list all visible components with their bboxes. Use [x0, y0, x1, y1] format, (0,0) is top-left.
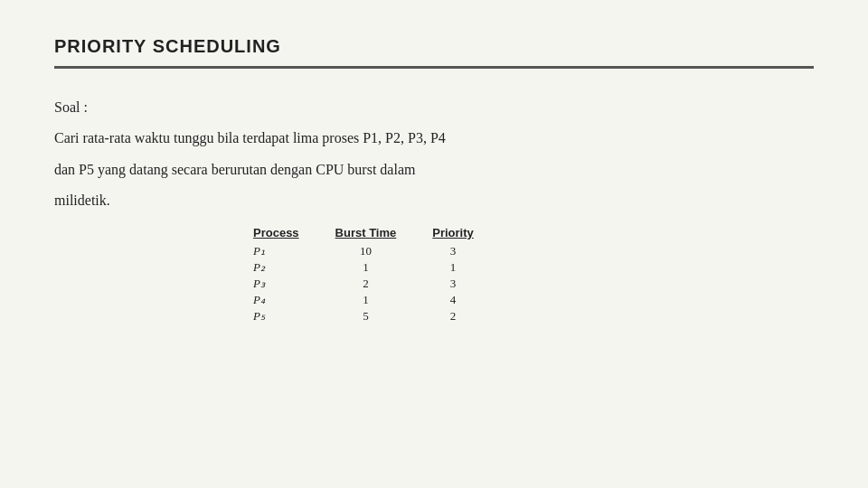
soal-label: Soal : [54, 94, 814, 121]
table-cell-1-0: P₂ [253, 259, 326, 276]
table-cell-4-1: 5 [326, 308, 424, 324]
table-row: P₁103 [253, 243, 501, 259]
table-cell-2-2: 3 [423, 276, 501, 292]
content-line1: Cari rata-rata waktu tunggu bila terdapa… [54, 125, 814, 152]
slide-title: PRIORITY SCHEDULING [54, 36, 814, 57]
table-cell-0-0: P₁ [253, 243, 326, 259]
table-cell-3-2: 4 [423, 292, 501, 308]
title-divider [54, 66, 814, 69]
table-row: P₃23 [253, 276, 501, 292]
table-cell-2-0: P₃ [253, 276, 326, 292]
content-line2: dan P5 yang datang secara berurutan deng… [54, 156, 814, 183]
table-cell-0-1: 10 [326, 243, 424, 259]
content-line3: milidetik. [54, 187, 814, 214]
content-area: Soal : Cari rata-rata waktu tunggu bila … [54, 94, 814, 215]
table-row: P₂11 [253, 259, 501, 276]
table-cell-3-1: 1 [326, 292, 424, 308]
table-cell-2-1: 2 [326, 276, 424, 292]
table-cell-1-1: 1 [326, 259, 424, 276]
table-cell-3-0: P₄ [253, 292, 326, 308]
col-header-burst: Burst Time [326, 224, 424, 243]
table-cell-1-2: 1 [423, 259, 501, 276]
table-cell-4-0: P₅ [253, 308, 326, 324]
process-table: Process Burst Time Priority P₁103P₂11P₃2… [253, 224, 501, 324]
table-cell-0-2: 3 [423, 243, 501, 259]
col-header-priority: Priority [423, 224, 501, 243]
table-row: P₅52 [253, 308, 501, 324]
process-table-container: Process Burst Time Priority P₁103P₂11P₃2… [253, 224, 814, 324]
table-header-row: Process Burst Time Priority [253, 224, 501, 243]
col-header-process: Process [253, 224, 326, 243]
table-cell-4-2: 2 [423, 308, 501, 324]
slide: PRIORITY SCHEDULING Soal : Cari rata-rat… [0, 0, 868, 488]
table-row: P₄14 [253, 292, 501, 308]
